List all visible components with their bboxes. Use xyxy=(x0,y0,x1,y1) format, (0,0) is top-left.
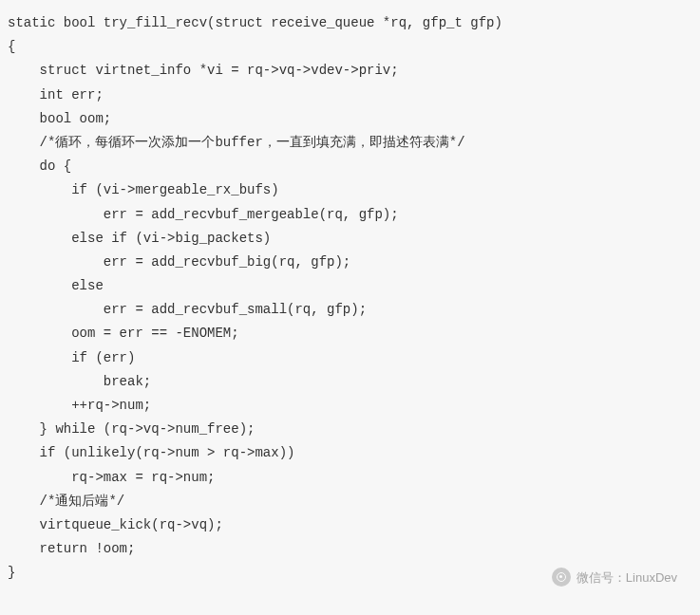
code-line: break; xyxy=(8,370,692,394)
wechat-icon xyxy=(552,568,571,587)
watermark-text: 微信号：LinuxDev xyxy=(577,567,677,588)
code-line: static bool try_fill_recv(struct receive… xyxy=(8,11,692,35)
code-line: do { xyxy=(8,155,692,178)
code-line: { xyxy=(8,35,692,59)
code-line: struct virtnet_info *vi = rq->vq->vdev->… xyxy=(8,59,692,83)
code-line: ++rq->num; xyxy=(8,394,692,418)
code-line: err = add_recvbuf_big(rq, gfp); xyxy=(8,251,692,274)
code-line: /*通知后端*/ xyxy=(8,490,692,513)
code-line: err = add_recvbuf_small(rq, gfp); xyxy=(8,298,692,322)
code-line: if (err) xyxy=(8,346,692,370)
watermark: 微信号：LinuxDev xyxy=(552,567,677,588)
code-line: else xyxy=(8,274,692,298)
code-block: static bool try_fill_recv(struct receive… xyxy=(8,11,692,586)
code-line: else if (vi->big_packets) xyxy=(8,227,692,251)
code-line: /*循环，每循环一次添加一个buffer，一直到填充满，即描述符表满*/ xyxy=(8,131,692,155)
code-line: return !oom; xyxy=(8,537,692,561)
code-line: rq->max = rq->num; xyxy=(8,466,692,490)
code-line: } while (rq->vq->num_free); xyxy=(8,418,692,441)
code-line: oom = err == -ENOMEM; xyxy=(8,322,692,345)
code-line: if (unlikely(rq->num > rq->max)) xyxy=(8,441,692,465)
code-line: virtqueue_kick(rq->vq); xyxy=(8,513,692,537)
code-line: bool oom; xyxy=(8,107,692,131)
code-line: err = add_recvbuf_mergeable(rq, gfp); xyxy=(8,203,692,227)
code-line: int err; xyxy=(8,84,692,107)
code-line: if (vi->mergeable_rx_bufs) xyxy=(8,178,692,202)
